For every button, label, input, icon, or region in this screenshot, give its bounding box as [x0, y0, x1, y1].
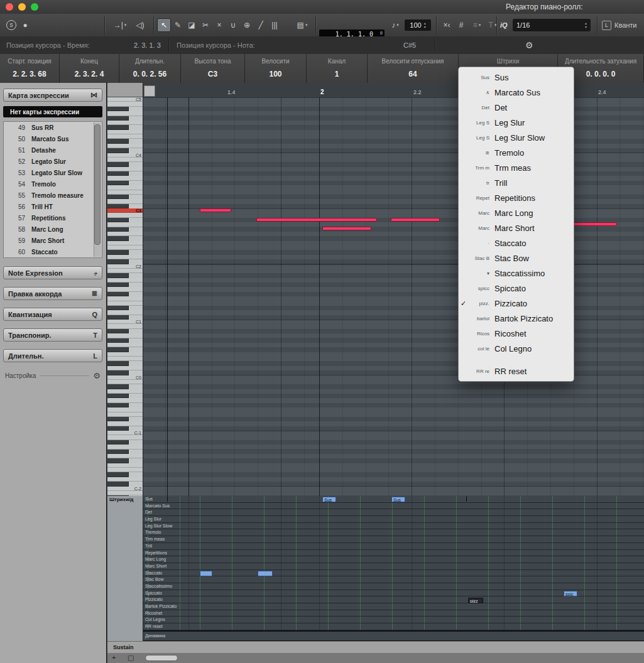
- list-item[interactable]: 50 Marcato Sus: [4, 133, 102, 144]
- piano-key[interactable]: [107, 255, 143, 259]
- param-column[interactable]: Конец 2. 3. 2. 4: [60, 54, 119, 83]
- menu-item[interactable]: RR re RR reset: [459, 364, 574, 379]
- piano-key[interactable]: [107, 315, 129, 320]
- piano-key[interactable]: [107, 491, 143, 495]
- piano-key[interactable]: [107, 241, 143, 245]
- list-item[interactable]: 59 Marc Short: [4, 235, 102, 246]
- piano-key[interactable]: C0: [107, 375, 143, 380]
- piano-key[interactable]: [107, 472, 129, 477]
- piano-key[interactable]: [107, 380, 143, 384]
- list-item[interactable]: 54 Tremolo: [4, 178, 102, 190]
- menu-item[interactable]: Det Det: [459, 100, 574, 115]
- gear-icon[interactable]: ⚙: [525, 36, 533, 54]
- piano-key[interactable]: [107, 426, 129, 431]
- piano-key[interactable]: C1: [107, 320, 143, 324]
- menu-item[interactable]: Repet Repetitions: [459, 190, 574, 205]
- inspector-section-button[interactable]: Длительн. L: [3, 349, 102, 362]
- articulation-event[interactable]: pizz: [468, 598, 483, 603]
- articulation-event[interactable]: [167, 496, 168, 502]
- acoustic-feedback-button[interactable]: ◁): [132, 18, 148, 32]
- param-value[interactable]: 0. 0. 2. 56: [119, 70, 180, 78]
- zoom-button[interactable]: [31, 3, 38, 11]
- piano-key[interactable]: [107, 333, 143, 338]
- piano-key[interactable]: [107, 116, 129, 121]
- piano-key[interactable]: [107, 227, 129, 232]
- piano-key[interactable]: C-1: [107, 431, 143, 435]
- piano-key[interactable]: [107, 361, 129, 365]
- menu-item[interactable]: tr Trill: [459, 175, 574, 190]
- piano-key[interactable]: [107, 236, 129, 240]
- piano-key[interactable]: C5: [107, 97, 143, 102]
- articulation-lanes[interactable]: Sus Marcato Sus Det Leg Slur Leg Slur Sl…: [143, 496, 644, 630]
- piano-key[interactable]: [107, 144, 143, 148]
- param-value[interactable]: 2. 3. 2. 4: [60, 70, 119, 78]
- draw-tool[interactable]: ✎: [171, 18, 185, 32]
- piano-key[interactable]: [107, 199, 143, 203]
- menu-item[interactable]: ✓ pizz. Pizzicato: [459, 296, 574, 311]
- comp-tool[interactable]: |||: [268, 18, 281, 32]
- piano-key[interactable]: [107, 167, 143, 171]
- piano-key[interactable]: [107, 278, 143, 283]
- lane-title[interactable]: Штрихи/д: [109, 497, 142, 502]
- piano-key[interactable]: [107, 463, 143, 468]
- midi-note[interactable]: [322, 227, 371, 230]
- piano-key[interactable]: [107, 292, 129, 296]
- gear-icon[interactable]: ⚙: [93, 371, 101, 380]
- midi-note[interactable]: [569, 222, 617, 226]
- grid-button[interactable]: #: [455, 18, 467, 32]
- piano-key[interactable]: [107, 111, 143, 116]
- menu-item[interactable]: Leg S Leg Slur Slow: [459, 130, 574, 145]
- piano-key[interactable]: [107, 384, 129, 389]
- inspector-section-button[interactable]: Транспонир. T: [3, 328, 102, 342]
- dynamics-lane[interactable]: Динамика: [143, 630, 644, 641]
- piano-key[interactable]: [107, 204, 129, 208]
- piano-key[interactable]: [107, 158, 143, 162]
- piano-key[interactable]: [107, 398, 143, 402]
- articulation-event[interactable]: [200, 571, 212, 576]
- menu-item[interactable]: col le Col Legno: [459, 341, 574, 356]
- articulation-event[interactable]: [258, 571, 273, 576]
- menu-item[interactable]: Sus Sus: [459, 70, 574, 85]
- piano-key[interactable]: [107, 329, 129, 333]
- piano-key[interactable]: [107, 445, 143, 449]
- articulation-event[interactable]: Sus: [322, 497, 336, 502]
- menu-item[interactable]: Leg S Leg Slur: [459, 115, 574, 130]
- auto-select-controllers-button[interactable]: ×‹: [440, 18, 454, 32]
- param-value[interactable]: 1: [307, 70, 367, 78]
- piano-key[interactable]: [107, 417, 129, 421]
- menu-item[interactable]: · Staccato: [459, 235, 574, 251]
- menu-item[interactable]: Marc Marc Long: [459, 205, 574, 220]
- param-column[interactable]: Велосити отпускания 64: [368, 54, 459, 83]
- piano-key[interactable]: [107, 310, 143, 315]
- quantize-panel-button[interactable]: L Кванти: [602, 18, 644, 32]
- piano-key[interactable]: [107, 394, 129, 398]
- menu-item[interactable]: Stac B Stac Bow: [459, 251, 574, 266]
- param-column[interactable]: Канал 1: [307, 54, 368, 83]
- piano-key[interactable]: [107, 222, 143, 227]
- list-item[interactable]: 49 Sus RR: [4, 122, 102, 133]
- piano-key[interactable]: [107, 347, 129, 352]
- piano-key[interactable]: [107, 190, 143, 195]
- transpose-view-button[interactable]: T ▾: [485, 18, 500, 32]
- piano-keyboard[interactable]: C5C4C3C2C1C0C-1C-2: [107, 97, 143, 496]
- param-column[interactable]: Велосити 100: [245, 54, 307, 83]
- piano-key[interactable]: [107, 245, 143, 250]
- list-item[interactable]: 53 Legato Slur Slow: [4, 167, 102, 178]
- inspector-section-button[interactable]: Правка аккорда ≣: [3, 287, 102, 300]
- list-item[interactable]: 57 Repetitions: [4, 212, 102, 224]
- glue-tool[interactable]: ∪: [226, 18, 240, 32]
- piano-key[interactable]: [107, 338, 129, 343]
- piano-key[interactable]: [107, 269, 143, 273]
- quantize-select[interactable]: 1/16 ▴ ▾: [513, 19, 591, 31]
- piano-key[interactable]: [107, 107, 129, 111]
- piano-key[interactable]: [107, 477, 143, 482]
- piano-key[interactable]: [107, 454, 143, 458]
- piano-key[interactable]: [107, 468, 143, 472]
- list-item[interactable]: 58 Marc Long: [4, 224, 102, 235]
- ruler-corner-box[interactable]: [144, 85, 155, 97]
- autoscroll-button[interactable]: →| ▾: [111, 18, 129, 32]
- piano-key[interactable]: [107, 324, 143, 328]
- piano-key[interactable]: [107, 134, 143, 139]
- menu-item[interactable]: Ricos Ricoshet: [459, 326, 574, 341]
- piano-key[interactable]: [107, 421, 143, 426]
